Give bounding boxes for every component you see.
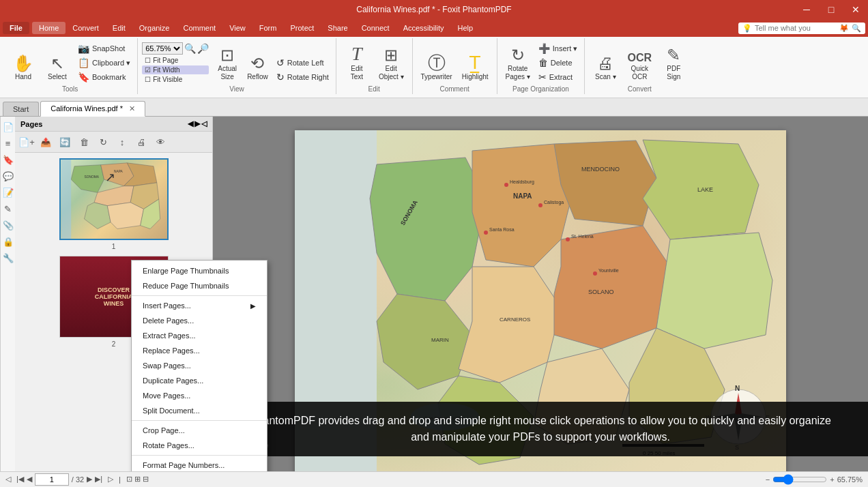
sidebar-prev-icon[interactable]: ◀	[188, 119, 193, 128]
pdf-viewer[interactable]: SONOMA NAPA MENDOCINO LAKE MARIN CARNERO…	[213, 117, 868, 471]
search-icon[interactable]: 🔍	[852, 24, 861, 33]
sidebar-form-icon[interactable]: 📝	[1, 185, 16, 200]
sidebar-tools2-icon[interactable]: 🔧	[1, 250, 16, 265]
rotate-pages-button[interactable]: ↻ RotatePages ▾	[502, 44, 534, 84]
sidebar-lock-icon[interactable]: 🔒	[1, 234, 16, 249]
svg-point-42	[504, 183, 508, 187]
extract-button[interactable]: ✂ Extract	[536, 70, 581, 84]
menu-item-file[interactable]: File	[3, 22, 29, 34]
minimize-button[interactable]: ─	[794, 0, 819, 19]
sidebar-sign-icon[interactable]: ✎	[1, 201, 16, 216]
close-button[interactable]: ✕	[843, 0, 868, 19]
menu-item-view[interactable]: View	[222, 22, 252, 34]
quick-ocr-button[interactable]: OCR QuickOCR	[623, 50, 656, 84]
ctx-swap-pages[interactable]: Swap Pages...	[132, 358, 267, 373]
menu-item-edit[interactable]: Edit	[106, 22, 132, 34]
ctx-move-pages[interactable]: Move Pages...	[132, 388, 267, 403]
insert-button[interactable]: ➕ Insert ▾	[536, 42, 581, 55]
pdf-sign-button[interactable]: ✎ PDFSign	[657, 44, 690, 84]
thumb-replace-icon[interactable]: 🔄	[56, 134, 74, 149]
highlight-label: Highlight	[462, 73, 489, 81]
sidebar-next-icon[interactable]: ▶	[194, 119, 200, 128]
menu-item-convert[interactable]: Convert	[66, 22, 106, 34]
zoom-out-status-icon[interactable]: −	[766, 475, 770, 484]
sidebar-bookmark-icon[interactable]: 🔖	[1, 152, 16, 167]
thumb-rotate-icon[interactable]: ↻	[94, 134, 112, 149]
zoom-out-icon[interactable]: 🔎	[197, 43, 209, 54]
svg-text:NAPA: NAPA	[513, 192, 532, 200]
nav-first-icon[interactable]: |◀	[16, 475, 24, 484]
menu-item-protect[interactable]: Protect	[283, 22, 321, 34]
fit-visible-button[interactable]: ☐ Fit Visible	[142, 75, 209, 84]
ctx-insert-pages-label: Insert Pages...	[143, 301, 191, 310]
thumb-extract-icon[interactable]: 📤	[37, 134, 55, 149]
fit-width-button[interactable]: ☑ Fit Width	[142, 65, 209, 74]
thumb-insert-icon[interactable]: 📄+	[18, 134, 35, 149]
zoom-magnifier-icon[interactable]: 🔍	[184, 43, 196, 54]
scan-button[interactable]: 🖨 Scan ▾	[589, 53, 622, 84]
menu-item-help[interactable]: Help	[451, 22, 480, 34]
zoom-slider[interactable]	[772, 474, 827, 485]
menu-item-home[interactable]: Home	[32, 22, 66, 34]
maximize-button[interactable]: □	[819, 0, 843, 19]
sidebar-layers-icon[interactable]: ≡	[1, 136, 16, 151]
highlight-button[interactable]: T̲ Highlight	[458, 51, 493, 84]
menu-item-form[interactable]: Form	[252, 22, 284, 34]
thumb-print-icon[interactable]: 🖨	[132, 134, 150, 149]
ctx-reduce-thumbs[interactable]: Reduce Page Thumbnails	[132, 278, 267, 293]
ctx-extract-pages[interactable]: Extract Pages...	[132, 328, 267, 343]
ctx-format-page-numbers[interactable]: Format Page Numbers...	[132, 458, 267, 471]
select-tool-button[interactable]: ↖ Select	[41, 53, 74, 84]
ctx-split-document[interactable]: Split Document...	[132, 403, 267, 418]
clipboard-button[interactable]: 📋 Clipboard ▾	[75, 56, 133, 70]
sidebar-page-icon[interactable]: 📄	[1, 119, 16, 134]
page-number-input[interactable]	[35, 473, 69, 486]
search-input[interactable]	[755, 24, 837, 32]
svg-text:CARNEROS: CARNEROS	[500, 316, 530, 323]
ctx-insert-pages[interactable]: Insert Pages... ▶	[132, 298, 267, 313]
nav-prev-icon[interactable]: ◀	[27, 475, 32, 484]
actual-size-button[interactable]: ⊡ ActualSize	[213, 44, 242, 84]
rotate-left-button[interactable]: ↺ Rotate Left	[274, 56, 332, 70]
reflow-button[interactable]: ⟲ Reflow	[243, 53, 272, 84]
tab-close-button[interactable]: ✕	[129, 104, 135, 113]
sidebar-title: Pages	[20, 120, 42, 128]
ctx-duplicate-pages[interactable]: Duplicate Pages...	[132, 373, 267, 388]
ctx-crop-page[interactable]: Crop Page...	[132, 423, 267, 438]
ctx-replace-pages[interactable]: Replace Pages...	[132, 343, 267, 358]
edit-group-label: Edit	[368, 84, 380, 94]
nav-last-icon[interactable]: ▶|	[95, 475, 102, 484]
ctx-enlarge-thumbs[interactable]: Enlarge Page Thumbnails	[132, 263, 267, 278]
search-bar[interactable]: 💡 🦊 🔍	[738, 23, 865, 34]
sidebar-collapse-icon[interactable]: ◁	[201, 119, 207, 128]
pages-sidebar: Pages ◀ ▶ ◁ 📄+ 📤 🔄 🗑 ↻ ↕ 🖨 👁 ↗	[15, 117, 213, 471]
delete-button[interactable]: 🗑 Delete	[536, 56, 581, 70]
menu-item-organize[interactable]: Organize	[132, 22, 177, 34]
edit-text-button[interactable]: T EditText	[341, 42, 373, 84]
tab-california-wines[interactable]: California Wines.pdf * ✕	[40, 101, 145, 117]
thumb-view-icon[interactable]: 👁	[151, 134, 169, 149]
title-bar: California Wines.pdf * - Foxit PhantomPD…	[0, 0, 868, 19]
zoom-in-status-icon[interactable]: +	[830, 475, 834, 484]
edit-object-button[interactable]: ⊞ EditObject ▾	[375, 44, 408, 84]
page-1-thumbnail[interactable]: ↗	[59, 158, 169, 240]
fit-page-button[interactable]: ☐ Fit Page	[142, 56, 209, 65]
nav-next-icon[interactable]: ▶	[87, 475, 92, 484]
typewriter-button[interactable]: Ⓣ Typewriter	[417, 51, 457, 84]
ctx-rotate-pages[interactable]: Rotate Pages...	[132, 438, 267, 453]
hand-tool-button[interactable]: ✋ Hand	[7, 53, 40, 84]
rotate-right-button[interactable]: ↻ Rotate Right	[274, 70, 332, 84]
sidebar-attach-icon[interactable]: 📎	[1, 218, 16, 233]
bookmark-button[interactable]: 🔖 Bookmark	[75, 70, 133, 84]
thumb-delete-icon[interactable]: 🗑	[75, 134, 93, 149]
sidebar-comment-icon[interactable]: 💬	[1, 168, 16, 183]
menu-item-connect[interactable]: Connect	[355, 22, 396, 34]
menu-item-comment[interactable]: Comment	[176, 22, 222, 34]
zoom-select[interactable]: 65.75% 50% 75% 100%	[142, 42, 183, 55]
ctx-delete-pages[interactable]: Delete Pages...	[132, 313, 267, 328]
menu-item-share[interactable]: Share	[321, 22, 354, 34]
tab-start[interactable]: Start	[3, 102, 39, 116]
snapshot-button[interactable]: 📷 SnapShot	[75, 42, 133, 55]
menu-item-accessibility[interactable]: Accessibility	[396, 22, 451, 34]
thumb-move-icon[interactable]: ↕	[113, 134, 131, 149]
